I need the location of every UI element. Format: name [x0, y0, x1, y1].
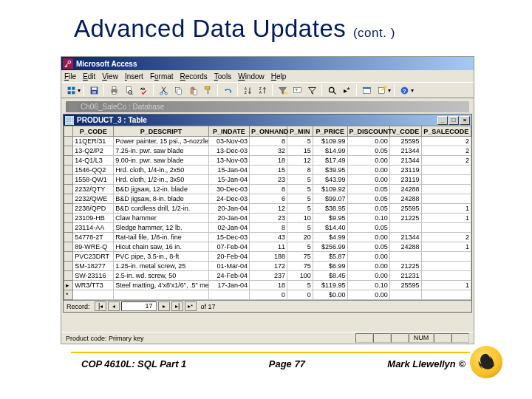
- row-selector[interactable]: [64, 204, 73, 214]
- filter-form-button[interactable]: [290, 83, 304, 97]
- cell[interactable]: SW-23116: [73, 271, 114, 281]
- cell[interactable]: 12: [287, 156, 313, 166]
- cell[interactable]: 100: [287, 271, 313, 281]
- table-row[interactable]: ▸WR3/TT3Steel matting, 4'x8'x1/6", .5" m…: [64, 281, 471, 290]
- cell[interactable]: [421, 166, 471, 175]
- minimize-button[interactable]: _: [437, 116, 448, 125]
- row-selector[interactable]: [64, 214, 73, 223]
- prev-record-button[interactable]: ◂: [108, 301, 120, 311]
- cell[interactable]: 0: [249, 290, 287, 300]
- last-record-button[interactable]: ▸ǀ: [171, 301, 183, 311]
- table-row[interactable]: 13-Q2/P27.25-in. pwr. saw blade13-Dec-03…: [64, 146, 471, 156]
- cell[interactable]: [421, 271, 471, 281]
- cell[interactable]: [421, 194, 471, 204]
- cell[interactable]: 23114-AA: [73, 223, 114, 233]
- row-selector[interactable]: [64, 252, 73, 262]
- view-drop-icon[interactable]: ▾: [78, 87, 81, 94]
- cell[interactable]: 13-Q2/P2: [73, 146, 114, 156]
- menu-format[interactable]: Format: [150, 72, 174, 81]
- cell[interactable]: $109.92: [313, 185, 347, 194]
- cell[interactable]: 03-Nov-03: [208, 137, 249, 146]
- sort-desc-button[interactable]: ZA: [256, 83, 269, 97]
- close-button[interactable]: ×: [460, 116, 470, 125]
- row-selector[interactable]: [64, 233, 73, 242]
- cell[interactable]: 0.10: [347, 214, 389, 223]
- table-row[interactable]: 23109-HBClaw hammer20-Jan-042310$9.950.1…: [64, 214, 471, 223]
- db-window-button[interactable]: [360, 83, 373, 97]
- datasheet-grid[interactable]: P_CODEP_DESCRIPTP_INDATEP_ONHANDP_MINP_P…: [64, 126, 471, 300]
- cell[interactable]: 0.05: [347, 146, 389, 156]
- cell[interactable]: 13-Nov-03: [208, 156, 249, 166]
- cell[interactable]: Sledge hammer, 12 lb.: [114, 223, 209, 233]
- cell[interactable]: 0.00: [347, 271, 389, 281]
- row-selector[interactable]: [64, 223, 73, 233]
- cell[interactable]: 23: [249, 214, 287, 223]
- cell[interactable]: 24-Dec-03: [208, 194, 249, 204]
- cell[interactable]: 24288: [389, 242, 421, 252]
- row-selector[interactable]: [64, 194, 73, 204]
- cell[interactable]: 2.5-in. wd. screw, 50: [114, 271, 209, 281]
- cell[interactable]: 21344: [389, 146, 421, 156]
- help-button[interactable]: ?: [398, 83, 411, 97]
- column-header[interactable]: P_DISCOUNT: [347, 126, 389, 137]
- cell[interactable]: [389, 223, 421, 233]
- cell[interactable]: 15: [249, 166, 287, 175]
- cell[interactable]: 8: [249, 185, 287, 194]
- preview-button[interactable]: [122, 83, 135, 97]
- cell[interactable]: 75: [287, 252, 313, 262]
- menu-insert[interactable]: Insert: [125, 72, 143, 81]
- table-row[interactable]: SM-182771.25-in. metal screw, 2501-Mar-0…: [64, 262, 471, 271]
- cell[interactable]: 5: [287, 223, 313, 233]
- row-selector[interactable]: [64, 185, 73, 194]
- table-row[interactable]: *00$0.000.00: [64, 290, 471, 300]
- cell[interactable]: 1: [421, 214, 471, 223]
- cell[interactable]: 5: [287, 137, 313, 146]
- cell[interactable]: 54778-2T: [73, 233, 114, 242]
- cell[interactable]: $17.49: [313, 156, 347, 166]
- cell[interactable]: 237: [249, 271, 287, 281]
- record-number-field[interactable]: 17: [121, 301, 157, 311]
- row-selector[interactable]: [64, 146, 73, 156]
- table-row[interactable]: 89-WRE-QHicut chain saw, 16 in.07-Feb-04…: [64, 242, 471, 252]
- filter-sel-button[interactable]: [276, 83, 289, 97]
- column-header[interactable]: P_INDATE: [208, 126, 249, 137]
- cell[interactable]: 5: [287, 175, 313, 185]
- print-button[interactable]: [107, 83, 120, 97]
- cell[interactable]: B&D cordless drill, 1/2-in.: [114, 204, 209, 214]
- cell[interactable]: 5: [287, 204, 313, 214]
- cell[interactable]: SM-18277: [73, 262, 114, 271]
- cell[interactable]: 6: [249, 194, 287, 204]
- cell[interactable]: 24-Feb-04: [208, 271, 249, 281]
- cell[interactable]: B&D jigsaw, 8-in. blade: [114, 194, 209, 204]
- cell[interactable]: $14.99: [313, 146, 347, 156]
- cell[interactable]: $8.45: [313, 271, 347, 281]
- cell[interactable]: 0.05: [347, 185, 389, 194]
- cell[interactable]: 1546-QQ2: [73, 166, 114, 175]
- cell[interactable]: 0.05: [347, 223, 389, 233]
- cell[interactable]: 8: [249, 137, 287, 146]
- menu-file[interactable]: File: [64, 72, 76, 81]
- cell[interactable]: $119.95: [313, 281, 347, 290]
- cell[interactable]: 15-Jan-04: [208, 166, 249, 175]
- cell[interactable]: 11: [249, 242, 287, 252]
- table-row[interactable]: 11QER/31Power painter, 15 psi., 3-nozzle…: [64, 137, 471, 146]
- cell[interactable]: $256.99: [313, 242, 347, 252]
- cell[interactable]: Claw hammer: [114, 214, 209, 223]
- cell[interactable]: 0.00: [347, 137, 389, 146]
- table-row[interactable]: PVC23DRTPVC pipe, 3.5-in., 8-ft20-Feb-04…: [64, 252, 471, 262]
- cell[interactable]: $39.95: [313, 166, 347, 175]
- column-header[interactable]: P_PRICE: [313, 126, 347, 137]
- cell[interactable]: 188: [249, 252, 287, 262]
- row-selector[interactable]: *: [64, 290, 73, 300]
- menu-window[interactable]: Window: [238, 72, 265, 81]
- cell[interactable]: 20-Feb-04: [208, 252, 249, 262]
- cell[interactable]: 18: [249, 281, 287, 290]
- cell[interactable]: 5: [287, 185, 313, 194]
- cell[interactable]: 0.00: [347, 252, 389, 262]
- cell[interactable]: Hicut chain saw, 16 in.: [114, 242, 209, 252]
- table-row[interactable]: 2232/QWEB&D jigsaw, 8-in. blade24-Dec-03…: [64, 194, 471, 204]
- row-selector[interactable]: [64, 137, 73, 146]
- cell[interactable]: Hrd. cloth, 1/2-in., 3x50: [114, 175, 209, 185]
- table-row[interactable]: 1546-QQ2Hrd. cloth, 1/4-in., 2x5015-Jan-…: [64, 166, 471, 175]
- cell[interactable]: $99.07: [313, 194, 347, 204]
